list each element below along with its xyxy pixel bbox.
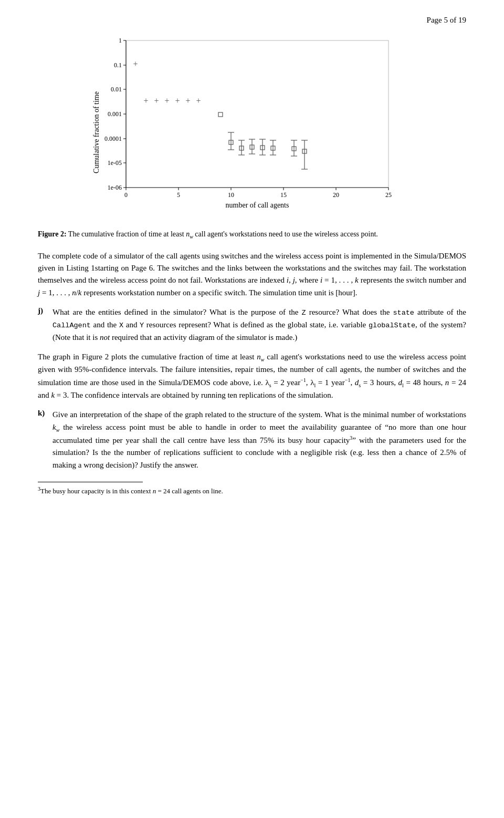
chart-area: Cumulative fraction of time 1 0.1 0.01 0… xyxy=(38,30,466,224)
list-content-k: Give an interpretation of the shape of t… xyxy=(52,409,466,471)
svg-text:+: + xyxy=(185,96,190,105)
svg-text:0.001: 0.001 xyxy=(108,110,122,118)
svg-text:+: + xyxy=(164,96,169,105)
svg-text:+: + xyxy=(143,96,148,105)
svg-text:+: + xyxy=(196,96,201,105)
page-container: Page 5 of 19 Cumulative fraction of time… xyxy=(0,0,504,527)
list-item-j: j) What are the entities defined in the … xyxy=(38,306,466,344)
paragraph-2: The graph in Figure 2 plots the cumulati… xyxy=(38,351,466,402)
svg-text:0.1: 0.1 xyxy=(114,61,122,69)
svg-text:15: 15 xyxy=(280,191,287,199)
page-number: Page 5 of 19 xyxy=(38,16,466,25)
svg-text:5: 5 xyxy=(177,191,180,199)
svg-text:+: + xyxy=(133,59,138,68)
svg-text:10: 10 xyxy=(228,191,234,199)
list-item-k: k) Give an interpretation of the shape o… xyxy=(38,409,466,471)
list-content-j: What are the entities defined in the sim… xyxy=(52,306,466,344)
svg-text:1e-06: 1e-06 xyxy=(108,184,122,191)
list-label-j: j) xyxy=(38,306,50,344)
svg-text:20: 20 xyxy=(333,191,339,199)
svg-text:+: + xyxy=(154,96,159,105)
footnote: 3The busy hour capacity is in this conte… xyxy=(38,485,466,496)
svg-text:1e-05: 1e-05 xyxy=(108,159,122,167)
y-axis-label: Cumulative fraction of time xyxy=(92,91,100,173)
list-label-k: k) xyxy=(38,409,50,471)
x-axis-label: number of call agents xyxy=(226,201,289,209)
page-label: Page 5 of 19 xyxy=(427,16,466,24)
svg-text:0.0001: 0.0001 xyxy=(104,135,122,142)
svg-text:25: 25 xyxy=(385,191,392,199)
svg-rect-37 xyxy=(218,112,223,117)
svg-text:0.01: 0.01 xyxy=(111,86,122,93)
svg-text:+: + xyxy=(175,96,180,105)
footnote-divider xyxy=(38,482,143,482)
paragraph-1: The complete code of a simulator of the … xyxy=(38,250,466,299)
figure-caption: Figure 2: The cumulative fraction of tim… xyxy=(38,229,466,241)
figure-chart: Cumulative fraction of time 1 0.1 0.01 0… xyxy=(89,30,415,224)
svg-text:0: 0 xyxy=(124,191,128,199)
svg-text:1: 1 xyxy=(119,37,122,44)
